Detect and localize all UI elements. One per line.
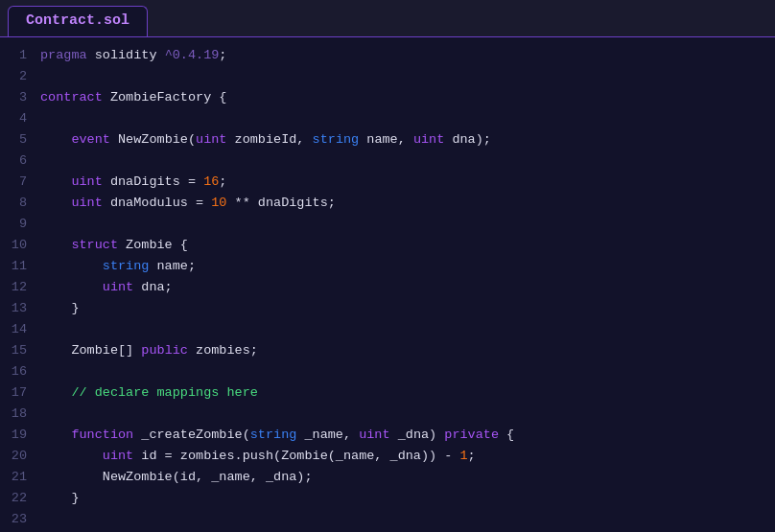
line-content: string name;: [40, 256, 196, 277]
line-number: 1: [0, 45, 40, 66]
contract-sol-tab[interactable]: Contract.sol: [8, 6, 148, 36]
code-line: 23: [0, 509, 775, 530]
line-content: pragma solidity ^0.4.19;: [40, 45, 226, 66]
line-number: 10: [0, 235, 40, 256]
line-number: 18: [0, 404, 40, 425]
line-number: 15: [0, 340, 40, 361]
line-content: // declare mappings here: [40, 382, 258, 404]
line-number: 23: [0, 509, 40, 530]
line-number: 13: [0, 298, 40, 319]
line-number: 6: [0, 150, 40, 172]
code-area: 1pragma solidity ^0.4.19;23contract Zomb…: [0, 36, 775, 532]
code-line: 11 string name;: [0, 256, 775, 277]
code-line: 3contract ZombieFactory {: [0, 87, 775, 108]
line-content: Zombie[] public zombies;: [40, 340, 258, 361]
code-line: 12 uint dna;: [0, 277, 775, 298]
line-content: contract ZombieFactory {: [40, 87, 226, 108]
code-line: 8 uint dnaModulus = 10 ** dnaDigits;: [0, 193, 775, 214]
line-content: }: [40, 298, 80, 319]
line-content: function _createZombie(string _name, uin…: [40, 425, 514, 446]
line-content: }: [40, 488, 80, 509]
code-line: 19 function _createZombie(string _name, …: [0, 425, 775, 446]
line-number: 21: [0, 467, 40, 488]
line-number: 3: [0, 87, 40, 108]
code-line: 22 }: [0, 488, 775, 509]
line-content: event NewZombie(uint zombieId, string na…: [40, 129, 491, 150]
line-number: 19: [0, 425, 40, 446]
code-line: 2: [0, 66, 775, 87]
code-line: 4: [0, 108, 775, 129]
code-line: 6: [0, 150, 775, 172]
code-line: 21 NewZombie(id, _name, _dna);: [0, 467, 775, 488]
code-line: 20 uint id = zombies.push(Zombie(_name, …: [0, 446, 775, 467]
line-number: 20: [0, 446, 40, 467]
code-line: 9: [0, 214, 775, 235]
line-number: 8: [0, 193, 40, 214]
editor-container: Contract.sol 1pragma solidity ^0.4.19;23…: [0, 0, 775, 532]
line-number: 7: [0, 172, 40, 193]
line-content: uint dnaModulus = 10 ** dnaDigits;: [40, 193, 336, 214]
line-content: uint dnaDigits = 16;: [40, 172, 226, 193]
line-content: uint dna;: [40, 277, 173, 298]
line-number: 4: [0, 108, 40, 129]
tab-bar: Contract.sol: [0, 0, 775, 36]
code-line: 14: [0, 319, 775, 340]
code-line: 13 }: [0, 298, 775, 319]
line-number: 11: [0, 256, 40, 277]
line-number: 14: [0, 319, 40, 340]
code-line: 15 Zombie[] public zombies;: [0, 340, 775, 361]
code-line: 7 uint dnaDigits = 16;: [0, 172, 775, 193]
code-line: 10 struct Zombie {: [0, 235, 775, 256]
line-content: struct Zombie {: [40, 235, 188, 256]
code-line: 1pragma solidity ^0.4.19;: [0, 45, 775, 66]
code-line: 17 // declare mappings here: [0, 382, 775, 404]
code-line: 5 event NewZombie(uint zombieId, string …: [0, 129, 775, 150]
line-number: 16: [0, 361, 40, 382]
code-line: 16: [0, 361, 775, 382]
code-line: 18: [0, 404, 775, 425]
line-number: 17: [0, 382, 40, 404]
line-content: NewZombie(id, _name, _dna);: [40, 467, 313, 488]
line-number: 9: [0, 214, 40, 235]
line-number: 5: [0, 129, 40, 150]
line-content: uint id = zombies.push(Zombie(_name, _dn…: [40, 446, 476, 467]
line-number: 12: [0, 277, 40, 298]
line-number: 2: [0, 66, 40, 87]
line-number: 22: [0, 488, 40, 509]
